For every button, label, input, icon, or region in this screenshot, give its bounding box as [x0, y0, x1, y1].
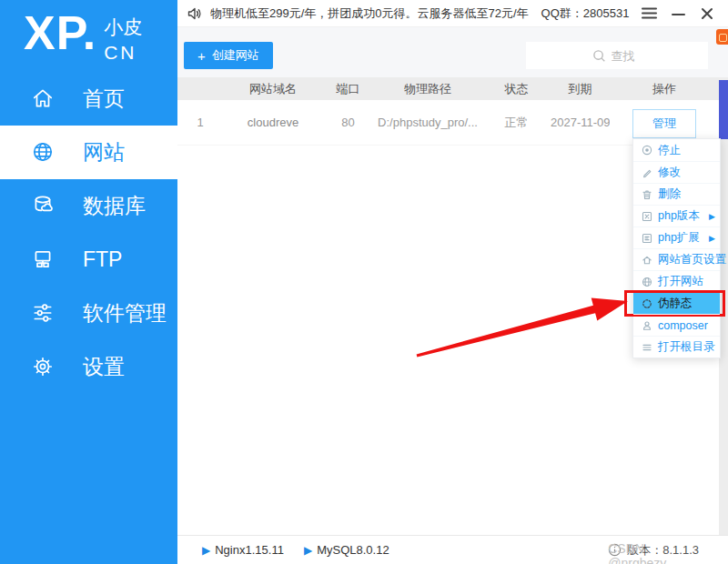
table-header-action: 操作 — [610, 81, 719, 97]
menu-item-site-homepage-settings[interactable]: 网站首页设置 — [633, 248, 720, 270]
menu-item-rewrite[interactable]: 伪静态 — [633, 292, 720, 314]
composer-icon — [641, 319, 652, 331]
manage-button[interactable]: 管理 — [632, 109, 696, 138]
submenu-arrow-icon: ▶ — [709, 212, 715, 221]
home-icon — [30, 86, 56, 111]
menu-item-stop[interactable]: 停止 — [633, 139, 720, 161]
create-website-label: 创建网站 — [212, 47, 259, 64]
root-directory-icon — [641, 341, 652, 353]
plus-icon: + — [197, 49, 206, 63]
table-header-status: 状态 — [482, 81, 551, 97]
search-icon — [592, 49, 606, 63]
logo-sub-bottom: CN — [104, 40, 142, 65]
sidebar-item-ftp[interactable]: FTP — [0, 233, 177, 287]
toolbar: + 创建网站 — [177, 27, 728, 77]
speaker-icon — [187, 5, 203, 22]
qq-group-text: QQ群：2805531 — [541, 5, 630, 22]
logo-sub-top: 小皮 — [104, 15, 142, 40]
play-icon: ▶ — [304, 544, 312, 557]
sidebar-item-home[interactable]: 首页 — [0, 72, 177, 126]
sidebar-nav: 首页 网站 数据库 FTP — [0, 72, 177, 394]
phpstudy-window: XP. 小皮 CN 首页 网站 — [0, 0, 728, 564]
search-input[interactable] — [612, 49, 642, 63]
database-icon — [30, 193, 56, 218]
php-version-icon — [641, 210, 652, 222]
edit-icon — [641, 166, 652, 178]
titlebar: 物理机低至299元/年，拼团成功0元得。云服务器低至72元/年 QQ群：2805… — [177, 0, 728, 27]
promo-float-icon[interactable] — [716, 29, 728, 45]
cell-status: 正常 — [482, 115, 551, 131]
sidebar-item-label: 首页 — [83, 85, 125, 113]
cell-port: 80 — [323, 116, 373, 129]
service-mysql[interactable]: ▶ MySQL8.0.12 — [304, 543, 389, 557]
minimize-icon[interactable] — [670, 5, 686, 22]
homepage-settings-icon — [641, 254, 652, 266]
sidebar-item-website[interactable]: 网站 — [0, 126, 177, 179]
sidebar-item-label: 网站 — [83, 138, 125, 166]
sidebar-item-label: 数据库 — [83, 192, 146, 220]
gear-icon — [30, 354, 56, 379]
menu-item-php-extensions[interactable]: php扩展 ▶ — [633, 227, 720, 248]
php-extensions-icon — [641, 232, 652, 244]
delete-icon — [641, 188, 652, 200]
play-icon: ▶ — [202, 544, 210, 557]
cell-index: 1 — [177, 116, 223, 129]
menu-hamburger-icon[interactable] — [641, 5, 657, 22]
cell-path: D:/phpstudy_pro/... — [373, 116, 482, 129]
menu-item-delete[interactable]: 删除 — [633, 183, 720, 205]
manage-dropdown-menu: 停止 修改 删除 php版本 ▶ php扩展 ▶ 网站首页设置 打开网站 — [632, 138, 721, 358]
menu-item-open-root-dir[interactable]: 打开根目录 — [633, 336, 720, 358]
sidebar-item-label: 设置 — [83, 353, 125, 381]
cell-expiry: 2027-11-09 — [551, 116, 610, 129]
window-controls — [641, 5, 728, 22]
table-header-domain: 网站域名 — [223, 81, 323, 97]
open-site-icon — [641, 276, 652, 287]
app-logo: XP. 小皮 CN — [0, 0, 177, 66]
menu-item-php-version[interactable]: php版本 ▶ — [633, 205, 720, 227]
service-name: MySQL8.0.12 — [317, 543, 389, 557]
menu-item-open-site[interactable]: 打开网站 — [633, 270, 720, 292]
statusbar: ▶ Nginx1.15.11 ▶ MySQL8.0.12 版本：8.1.1.3 … — [177, 535, 728, 564]
table-header-expiry: 到期 — [551, 81, 610, 97]
announcement-text: 物理机低至299元/年，拼团成功0元得。云服务器低至72元/年 — [210, 5, 529, 22]
version-text: 版本：8.1.1.3 — [627, 542, 699, 559]
table-header-path: 物理路径 — [373, 81, 482, 97]
ftp-icon — [30, 247, 56, 272]
menu-item-composer[interactable]: composer — [633, 314, 720, 336]
search-box[interactable] — [526, 42, 708, 69]
globe-icon — [30, 139, 56, 165]
table-header-row: 网站域名 端口 物理路径 状态 到期 操作 — [177, 77, 719, 100]
service-name: Nginx1.15.11 — [215, 543, 284, 557]
table-header-port: 端口 — [323, 81, 373, 97]
sidebar: XP. 小皮 CN 首页 网站 — [0, 0, 177, 564]
logo-main-text: XP. — [24, 7, 96, 59]
sidebar-item-settings[interactable]: 设置 — [0, 340, 177, 394]
version-area: 版本：8.1.1.3 CSDN @nrgbezy — [608, 542, 728, 559]
sidebar-item-software[interactable]: 软件管理 — [0, 287, 177, 340]
info-icon — [608, 543, 622, 557]
service-nginx[interactable]: ▶ Nginx1.15.11 — [202, 543, 284, 557]
close-icon[interactable] — [699, 5, 715, 22]
menu-item-edit[interactable]: 修改 — [633, 161, 720, 183]
rewrite-icon — [641, 297, 652, 309]
cell-domain: cloudreve — [223, 116, 323, 129]
sliders-icon — [30, 300, 56, 326]
submenu-arrow-icon: ▶ — [709, 234, 715, 243]
create-website-button[interactable]: + 创建网站 — [184, 42, 273, 69]
scrollbar-thumb[interactable] — [719, 80, 728, 139]
sidebar-item-label: FTP — [83, 247, 122, 272]
sidebar-item-database[interactable]: 数据库 — [0, 179, 177, 233]
sidebar-item-label: 软件管理 — [83, 299, 167, 327]
stop-icon — [641, 145, 652, 156]
